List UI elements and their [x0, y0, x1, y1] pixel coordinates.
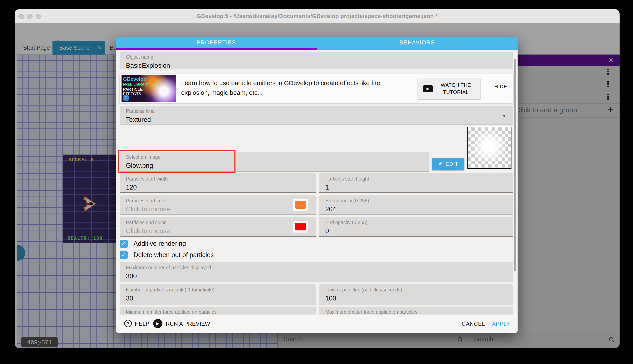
dialog-tab-bar: PROPERTIES BEHAVIORS	[116, 37, 518, 50]
end-color-value	[295, 223, 306, 230]
tank-field[interactable]: Number of particles in tank (-1 for infi…	[120, 284, 316, 304]
flow-field[interactable]: Flow of particles (particles/seconds) 10…	[319, 284, 513, 304]
run-preview-icon[interactable]: ▶	[153, 319, 162, 328]
youtube-play-icon: ▶	[423, 85, 433, 92]
brush-icon: ✎	[438, 160, 443, 168]
run-preview-button[interactable]: RUN A PREVIEW	[166, 320, 210, 327]
start-color-field[interactable]: Particles start color Click to choose	[120, 195, 316, 215]
object-name-field[interactable]: Object name BasicExplosion	[120, 52, 513, 70]
gdevelop-logo: G	[123, 95, 129, 101]
window-title: GDevelop 5 - /Users/dkarakay/Documents/G…	[15, 13, 619, 20]
delete-when-out-checkbox[interactable]: ✓	[120, 251, 128, 259]
start-color-value	[295, 201, 306, 209]
watch-tutorial-button[interactable]: ▶ WATCH THE TUTORIAL	[418, 78, 480, 99]
max-force-field[interactable]: Maximum emitter force applied on particl…	[319, 306, 513, 314]
tutorial-description: Learn how to use particle emitters in GD…	[181, 78, 410, 98]
end-color-swatch[interactable]	[293, 220, 308, 233]
additive-rendering-label: Additive rendering	[134, 240, 186, 248]
apply-button[interactable]: APPLY	[492, 320, 510, 327]
cancel-button[interactable]: CANCEL	[462, 320, 485, 327]
end-opacity-field[interactable]: End opacity (0-255) 0	[319, 217, 513, 237]
start-color-swatch[interactable]	[293, 199, 308, 211]
edit-image-button[interactable]: ✎ EDIT	[432, 158, 464, 170]
start-width-field[interactable]: Particles start width 120	[120, 174, 316, 193]
start-opacity-field[interactable]: Start opacity (0-255) 204	[319, 195, 513, 215]
particle-texture-preview	[467, 127, 511, 169]
tab-properties[interactable]: PROPERTIES	[116, 37, 317, 48]
additive-rendering-checkbox[interactable]: ✓	[120, 240, 128, 248]
chevron-down-icon: ▼	[502, 114, 506, 119]
dialog-scrollbar[interactable]	[514, 59, 516, 271]
max-particles-field[interactable]: Maximum number of particles displayed 30…	[120, 262, 513, 282]
tutorial-banner: GDevelop FREE LIBRARY PARTICLE EFFECTS G…	[120, 74, 513, 103]
help-icon[interactable]: ?	[124, 320, 132, 327]
particles-kind-select[interactable]: Particles kind Textured ▼	[120, 106, 513, 125]
tutorial-thumbnail[interactable]: GDevelop FREE LIBRARY PARTICLE EFFECTS G	[122, 75, 176, 102]
app-window: ↩ ↪ 1:1 Start Page Base Scene ✕ Ba SCORE…	[15, 9, 619, 348]
active-tab-indicator	[116, 48, 317, 50]
object-properties-dialog: PROPERTIES BEHAVIORS Object name BasicEx…	[116, 37, 518, 333]
dialog-footer: ? HELP ▶ RUN A PREVIEW CANCEL APPLY	[116, 314, 518, 333]
window-titlebar: GDevelop 5 - /Users/dkarakay/Documents/G…	[15, 9, 619, 23]
dialog-body: Object name BasicExplosion GDevelop FREE…	[116, 50, 518, 314]
end-color-field[interactable]: Particles end color Click to choose	[120, 217, 316, 237]
help-button[interactable]: HELP	[135, 320, 149, 327]
annotation-highlight-box	[118, 150, 235, 174]
delete-when-out-label: Delete when out of particles	[134, 251, 214, 259]
hide-banner-button[interactable]: HIDE	[489, 84, 512, 90]
min-force-field[interactable]: Minimum emitter force applied on particl…	[120, 306, 316, 314]
tab-behaviors[interactable]: BEHAVIORS	[317, 37, 518, 48]
start-height-field[interactable]: Particles start height 1	[319, 174, 513, 193]
